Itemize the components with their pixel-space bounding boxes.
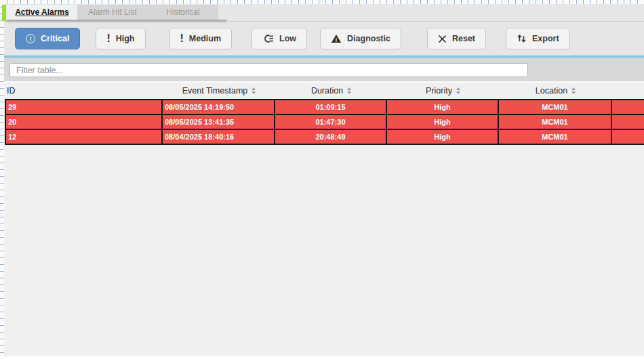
exclamation-icon: !	[180, 33, 184, 44]
cell-event-timestamp: 08/04/2025 18:40:16	[163, 130, 275, 144]
column-label: Duration	[311, 86, 343, 96]
high-button[interactable]: !High	[96, 28, 145, 49]
button-label: Low	[279, 34, 296, 43]
table-header-row: IDEvent TimestampDurationPriorityLocatio…	[4, 81, 644, 99]
cell-duration: 01:09:15	[275, 100, 387, 114]
button-label: Medium	[189, 34, 221, 43]
button-label: Critical	[41, 34, 69, 43]
column-header-priority[interactable]: Priority	[387, 86, 499, 96]
svg-text:!: !	[336, 37, 338, 43]
column-header-location[interactable]: Location	[499, 86, 612, 96]
critical-button[interactable]: !Critical	[15, 28, 80, 49]
cell-extra	[612, 115, 644, 129]
cell-duration: 20:48:49	[275, 130, 387, 144]
circle-exclamation-icon: !	[26, 34, 35, 43]
tab-strip: Active AlarmsAlarm Hit ListHistorical	[7, 5, 218, 20]
cell-id: 20	[5, 115, 163, 129]
arrows-up-down-icon	[517, 34, 527, 43]
cell-duration: 01:47:30	[275, 115, 387, 129]
tab-label: Active Alarms	[15, 7, 69, 17]
alarm-row[interactable]: 1208/04/2025 18:40:1620:48:49HighMCM01	[5, 129, 644, 144]
top-panel: Active AlarmsAlarm Hit ListHistorical !C…	[4, 4, 644, 58]
cell-extra	[612, 100, 644, 114]
export-button[interactable]: Export	[506, 28, 570, 49]
alarm-table: IDEvent TimestampDurationPriorityLocatio…	[4, 81, 644, 145]
vertical-ruler	[0, 0, 4, 356]
alarm-row[interactable]: 2008/05/2025 13:41:3501:47:30HighMCM01	[5, 114, 644, 129]
diagnostic-button[interactable]: !Diagnostic	[320, 28, 401, 49]
exclamation-icon: !	[106, 33, 110, 44]
ruler-corner	[0, 0, 4, 4]
cell-id: 12	[5, 130, 163, 144]
column-label: ID	[7, 86, 16, 96]
table-body: 2908/05/2025 14:19:5001:09:15HighMCM0120…	[5, 99, 644, 145]
sort-icon	[571, 87, 576, 94]
active-tab-indicator-strip	[2, 5, 6, 21]
filter-table-input[interactable]	[9, 63, 528, 77]
medium-button[interactable]: !Medium	[169, 28, 233, 49]
cell-location: MCM01	[499, 100, 612, 114]
sort-icon	[456, 87, 460, 94]
column-header-event-timestamp[interactable]: Event Timestamp	[163, 86, 275, 96]
column-label: Location	[536, 86, 567, 96]
warning-triangle-icon: !	[331, 34, 342, 43]
tab-bottom-line	[4, 21, 644, 22]
column-label: Priority	[426, 86, 452, 96]
bottom-strip	[4, 356, 644, 359]
cell-event-timestamp: 08/05/2025 13:41:35	[163, 115, 275, 129]
low-button[interactable]: Low	[251, 28, 307, 49]
horizontal-ruler	[0, 0, 644, 4]
button-label: Diagnostic	[347, 34, 390, 43]
cell-id: 29	[5, 100, 163, 114]
tab-alarm-hit-list[interactable]: Alarm Hit List	[77, 5, 148, 20]
tab-label: Alarm Hit List	[88, 7, 136, 17]
cell-priority: High	[387, 130, 499, 144]
button-label: High	[116, 34, 135, 43]
cell-event-timestamp: 08/05/2025 14:19:50	[163, 100, 275, 114]
filter-bar	[4, 58, 644, 81]
tab-label: Historical	[166, 7, 199, 17]
cell-location: MCM01	[499, 130, 612, 144]
cell-extra	[612, 130, 644, 144]
low-priority-icon	[262, 34, 274, 43]
tab-historical[interactable]: Historical	[148, 5, 218, 20]
tab-active-alarms[interactable]: Active Alarms	[7, 5, 77, 20]
column-header-duration[interactable]: Duration	[275, 86, 387, 96]
column-label: Event Timestamp	[182, 86, 248, 96]
reset-button[interactable]: Reset	[427, 28, 486, 49]
alarm-row[interactable]: 2908/05/2025 14:19:5001:09:15HighMCM01	[5, 99, 644, 114]
button-label: Reset	[452, 34, 475, 43]
cell-priority: High	[387, 100, 499, 114]
column-header-id: ID	[5, 86, 163, 96]
sort-icon	[347, 87, 351, 94]
button-label: Export	[532, 34, 559, 43]
sort-icon	[251, 87, 256, 94]
x-icon	[438, 35, 447, 43]
alarm-screen: Active AlarmsAlarm Hit ListHistorical !C…	[4, 4, 644, 359]
cell-location: MCM01	[499, 115, 612, 129]
priority-filter-toolbar: !Critical!High!MediumLow!DiagnosticReset…	[4, 22, 644, 55]
cell-priority: High	[387, 115, 499, 129]
